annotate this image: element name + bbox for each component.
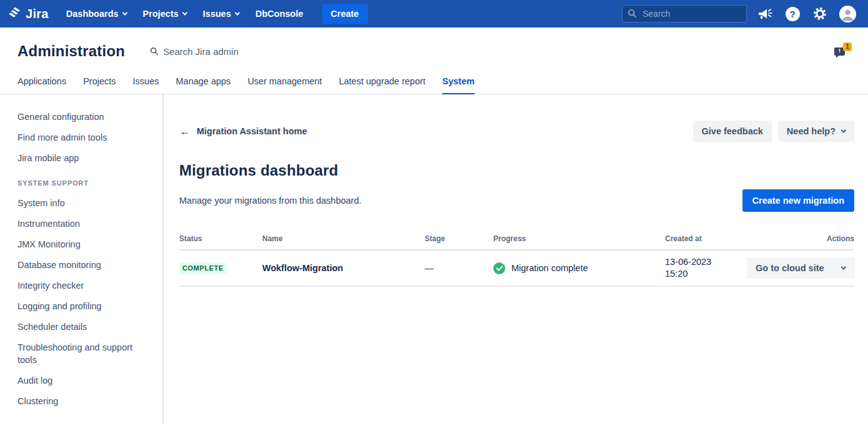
- question-mark-icon: ?: [786, 7, 800, 21]
- create-new-migration-button[interactable]: Create new migration: [742, 189, 854, 212]
- status-badge: COMPLETE: [179, 262, 227, 274]
- nav-dashboards[interactable]: Dashboards: [66, 9, 127, 19]
- jira-logo[interactable]: Jira: [9, 6, 49, 22]
- admin-search[interactable]: Search Jira admin: [150, 46, 239, 57]
- system-sidebar: General configuration Find more admin to…: [0, 94, 164, 424]
- progress-label: Migration complete: [511, 263, 588, 273]
- back-arrow-icon: ←: [179, 125, 190, 138]
- tab-projects[interactable]: Projects: [83, 70, 116, 94]
- search-icon: [628, 9, 637, 21]
- migration-name-cell: Wokflow-Migration: [262, 250, 425, 286]
- sidebar-item-jmx-monitoring[interactable]: JMX Monitoring: [17, 238, 152, 251]
- search-icon: [150, 47, 159, 56]
- status-cell: COMPLETE: [179, 250, 262, 286]
- sidebar-item-system-info[interactable]: System info: [17, 197, 152, 209]
- sidebar-item-audit-log[interactable]: Audit log: [17, 374, 152, 387]
- created-at-cell: 13-06-2023 15:20: [665, 250, 747, 286]
- chevron-down-icon: [182, 10, 187, 15]
- sidebar-item-general-configuration[interactable]: General configuration: [17, 111, 152, 123]
- created-time: 15:20: [665, 268, 747, 280]
- sidebar-item-database-monitoring[interactable]: Database monitoring: [17, 259, 152, 271]
- column-header-name: Name: [262, 231, 425, 250]
- column-header-stage: Stage: [425, 231, 493, 250]
- top-navigation-bar: Jira Dashboards Projects Issues DbConsol…: [0, 0, 868, 27]
- chevron-down-icon: [122, 10, 127, 15]
- user-avatar[interactable]: [838, 4, 857, 23]
- nav-projects[interactable]: Projects: [143, 9, 187, 19]
- actions-cell: Go to cloud site: [747, 250, 854, 286]
- avatar-person-icon: [839, 6, 856, 22]
- need-help-label: Need help?: [787, 126, 836, 136]
- table-row: COMPLETE Wokflow-Migration — Migration c…: [179, 250, 854, 286]
- tab-latest-upgrade-report[interactable]: Latest upgrade report: [339, 70, 426, 94]
- nav-projects-label: Projects: [143, 9, 179, 19]
- page-title-administration: Administration: [17, 42, 125, 60]
- chevron-down-icon: [235, 10, 240, 15]
- tab-system[interactable]: System: [442, 70, 475, 94]
- admin-header: Administration Search Jira admin ! 1: [0, 27, 868, 70]
- tab-issues[interactable]: Issues: [133, 70, 159, 94]
- success-check-icon: [493, 262, 505, 274]
- nav-issues-label: Issues: [203, 9, 231, 19]
- progress-cell: Migration complete: [493, 250, 665, 286]
- sidebar-item-logging-and-profiling[interactable]: Logging and profiling: [17, 300, 152, 312]
- announcements-megaphone-icon[interactable]: [756, 4, 774, 23]
- sidebar-item-instrumentation[interactable]: Instrumentation: [17, 217, 152, 230]
- migrations-table: Status Name Stage Progress Created at Ac…: [179, 231, 854, 287]
- settings-gear-icon[interactable]: [811, 4, 829, 23]
- sidebar-item-find-more-admin-tools[interactable]: Find more admin tools: [17, 131, 152, 144]
- help-icon[interactable]: ?: [783, 4, 802, 23]
- notification-badge: 1: [843, 42, 852, 51]
- table-header-row: Status Name Stage Progress Created at Ac…: [179, 231, 854, 250]
- go-to-cloud-site-button[interactable]: Go to cloud site: [747, 257, 854, 279]
- column-header-progress: Progress: [493, 231, 665, 250]
- jira-logo-text: Jira: [26, 7, 49, 21]
- tab-manage-apps[interactable]: Manage apps: [176, 70, 231, 94]
- tab-user-management[interactable]: User management: [247, 70, 322, 94]
- stage-cell: —: [425, 250, 493, 286]
- give-feedback-label: Give feedback: [702, 126, 763, 136]
- search-input[interactable]: [622, 5, 747, 22]
- nav-dbconsole[interactable]: DbConsole: [255, 9, 303, 19]
- back-to-migration-assistant-home-link[interactable]: ← Migration Assistant home: [179, 125, 307, 138]
- go-to-cloud-site-label: Go to cloud site: [756, 263, 824, 273]
- feedback-notification-icon[interactable]: ! 1: [833, 42, 852, 60]
- sidebar-item-integrity-checker[interactable]: Integrity checker: [17, 279, 152, 292]
- sidebar-item-jira-mobile-app[interactable]: Jira mobile app: [17, 152, 152, 164]
- nav-dbconsole-label: DbConsole: [255, 9, 303, 19]
- sidebar-item-troubleshooting[interactable]: Troubleshooting and support tools: [17, 341, 152, 366]
- migrations-dashboard-title: Migrations dashboard: [179, 162, 854, 179]
- chevron-down-icon: [841, 127, 846, 132]
- topnav-right-group: ?: [622, 4, 857, 23]
- give-feedback-button[interactable]: Give feedback: [693, 121, 772, 142]
- back-link-label: Migration Assistant home: [197, 126, 307, 136]
- column-header-status: Status: [179, 231, 262, 250]
- global-search: [622, 5, 747, 22]
- sidebar-section-system-support: SYSTEM SUPPORT: [17, 179, 152, 187]
- dashboard-subtitle: Manage your migrations from this dashboa…: [179, 196, 362, 206]
- chevron-down-icon: [841, 264, 846, 269]
- column-header-created-at: Created at: [665, 231, 747, 250]
- admin-tab-bar: Applications Projects Issues Manage apps…: [0, 70, 868, 94]
- admin-search-label: Search Jira admin: [163, 46, 239, 57]
- need-help-button[interactable]: Need help?: [778, 121, 854, 142]
- sidebar-item-scheduler-details[interactable]: Scheduler details: [17, 321, 152, 333]
- main-content: ← Migration Assistant home Give feedback…: [164, 94, 868, 424]
- jira-logo-icon: [9, 6, 22, 22]
- nav-dashboards-label: Dashboards: [66, 9, 119, 19]
- sidebar-item-clustering[interactable]: Clustering: [17, 395, 152, 407]
- created-date: 13-06-2023: [665, 256, 747, 268]
- tab-applications[interactable]: Applications: [17, 70, 66, 94]
- nav-issues[interactable]: Issues: [203, 9, 239, 19]
- column-header-actions: Actions: [747, 231, 854, 250]
- create-button[interactable]: Create: [322, 4, 368, 24]
